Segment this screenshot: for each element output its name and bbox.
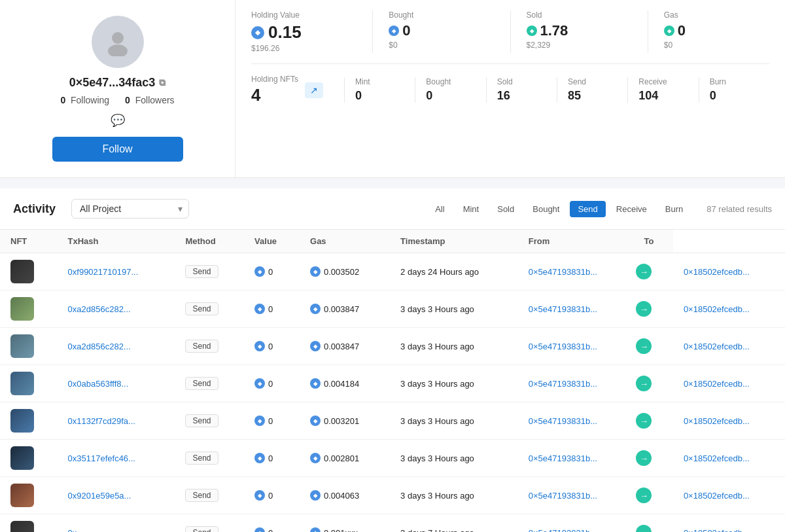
sold-label: Sold [527,10,632,20]
txhash-link[interactable]: 0xa2d856c282... [68,342,131,351]
profile-card: 0×5e47...34fac3 ⧉ 0 Following 0 Follower… [0,0,236,177]
gas-value: 0.003847 [324,304,359,314]
nft-thumbnail[interactable] [10,260,34,283]
followers-label: Followers [135,95,175,105]
table-row: 0xa2d856c282...Send◆0◆0.0038473 days 3 H… [0,291,785,328]
activity-header: Activity All Project ▾ AllMintSoldBought… [0,188,785,230]
filter-tab-all[interactable]: All [427,201,452,217]
value-cell: ◆0 [254,341,289,351]
from-link[interactable]: 0×5e47193831b... [529,528,597,533]
nft-thumbnail[interactable] [10,409,34,433]
follow-button[interactable]: Follow [52,137,183,162]
bought-value: ◆ 0 [389,22,494,39]
to-link[interactable]: 0×18502efcedb... [684,379,750,389]
nft-bought-label: Bought [426,77,485,86]
from-link[interactable]: 0×5e47193831b... [529,267,597,277]
gas-value: 0.001xxx [324,528,358,533]
nft-thumbnail[interactable] [10,334,34,358]
txhash-link[interactable]: 0x1132f7cd29fa... [68,416,135,426]
sold-eth: 1.78 [540,22,568,39]
gas-eth-icon: ◆ [310,304,321,314]
nft-receive-stat: Receive 104 [627,77,698,103]
txhash-link[interactable]: 0xa2d856c282... [68,304,131,314]
gas-cell: ◆0.004184 [310,378,379,389]
followers-stat: 0 Followers [125,95,174,105]
txhash-link[interactable]: 0x0aba563fff8... [68,379,129,389]
txhash-link[interactable]: 0x35117efefc46... [68,453,135,463]
to-link[interactable]: 0×18502efcedb... [684,416,750,426]
filter-tab-sold[interactable]: Sold [489,201,522,217]
th-gas: Gas [300,230,390,253]
gas-cell: ◆0.003201 [310,416,379,426]
table-body: 0xf99021710197...Send◆0◆0.0035022 days 2… [0,253,785,533]
holding-amount: ◆ 0.15 [251,22,357,43]
sold-stat: Sold ◆ 1.78 $2,329 [527,10,632,53]
trend-icon[interactable]: ↗ [305,82,323,98]
eth-icon: ◆ [254,490,265,501]
copy-icon[interactable]: ⧉ [159,77,166,88]
gas-cell: ◆0.003502 [310,266,379,277]
from-link[interactable]: 0×5e47193831b... [529,342,597,351]
table-row: 0x...Send◆0◆0.001xxx3 days 7 Hours ago0×… [0,514,785,533]
nft-thumbnail[interactable] [10,521,34,532]
from-link[interactable]: 0×5e47193831b... [529,453,597,463]
nft-thumbnail[interactable] [10,484,34,507]
page-wrapper: 0×5e47...34fac3 ⧉ 0 Following 0 Follower… [0,0,785,532]
filter-tab-burn[interactable]: Burn [657,201,691,217]
table-row: 0xf99021710197...Send◆0◆0.0035022 days 2… [0,253,785,291]
from-link[interactable]: 0×5e47193831b... [529,416,597,426]
th-value: Value [244,230,300,253]
nft-count: 4 [251,85,298,105]
value-eth: 0 [268,267,273,277]
bought-label: Bought [389,10,494,20]
gas-eth-icon: ◆ [310,341,321,351]
to-link[interactable]: 0×18502efcedb... [684,342,750,351]
table-row: 0x0aba563fff8...Send◆0◆0.0041843 days 3 … [0,365,785,402]
activity-title: Activity [13,202,56,216]
filter-tab-receive[interactable]: Receive [608,201,655,217]
txhash-link[interactable]: 0x... [68,528,84,533]
message-icon[interactable]: 💬 [111,113,125,128]
from-link[interactable]: 0×5e47193831b... [529,379,597,389]
gas-value: 0.003847 [324,342,359,351]
gas-eth-icon: ◆ [310,266,321,277]
to-link[interactable]: 0×18502efcedb... [684,304,750,314]
holding-row: Holding Value ◆ 0.15 $196.26 Bought ◆ 0 … [251,10,769,64]
following-count: 0 [60,95,65,105]
filter-tabs: AllMintSoldBoughtSendReceiveBurn [427,201,691,217]
filter-tab-send[interactable]: Send [570,201,605,217]
from-link[interactable]: 0×5e47193831b... [529,304,597,314]
filter-tab-mint[interactable]: Mint [455,201,487,217]
project-select[interactable]: All Project [71,199,189,219]
from-link[interactable]: 0×5e47193831b... [529,491,597,501]
nft-thumbnail[interactable] [10,446,34,470]
nft-bought-stat: Bought 0 [415,77,485,103]
holding-label: Holding Value [251,10,357,20]
to-link[interactable]: 0×18502efcedb... [684,267,750,277]
method-badge: Send [185,340,218,353]
to-link[interactable]: 0×18502efcedb... [684,453,750,463]
gas-cell: ◆0.003847 [310,341,379,351]
to-link[interactable]: 0×18502efcedb... [684,528,750,533]
svg-point-0 [112,32,124,44]
timestamp-cell: 3 days 3 Hours ago [390,440,518,477]
eth-icon: ◆ [254,416,265,426]
to-link[interactable]: 0×18502efcedb... [684,491,750,501]
txhash-link[interactable]: 0xf99021710197... [68,267,139,277]
eth-icon: ◆ [254,527,265,532]
nft-main: Holding NFTs 4 ↗ [251,75,323,105]
value-eth: 0 [268,342,273,351]
gas-label: Gas [664,10,769,20]
gas-eth-icon: ◆ [664,26,674,36]
nft-thumbnail[interactable] [10,372,34,395]
txhash-link[interactable]: 0x9201e59e5a... [68,491,131,501]
table-wrapper: NFTTxHashMethodValueGasTimestampFromTo 0… [0,230,785,532]
method-badge: Send [185,452,218,465]
filter-tab-bought[interactable]: Bought [525,201,567,217]
nft-thumbnail[interactable] [10,297,34,321]
project-select-wrapper[interactable]: All Project ▾ [71,199,189,219]
gas-value: 0.002801 [324,453,359,463]
nft-holding: Holding NFTs 4 [251,75,298,105]
arrow-right-icon: → [636,338,652,354]
value-eth: 0 [268,453,273,463]
